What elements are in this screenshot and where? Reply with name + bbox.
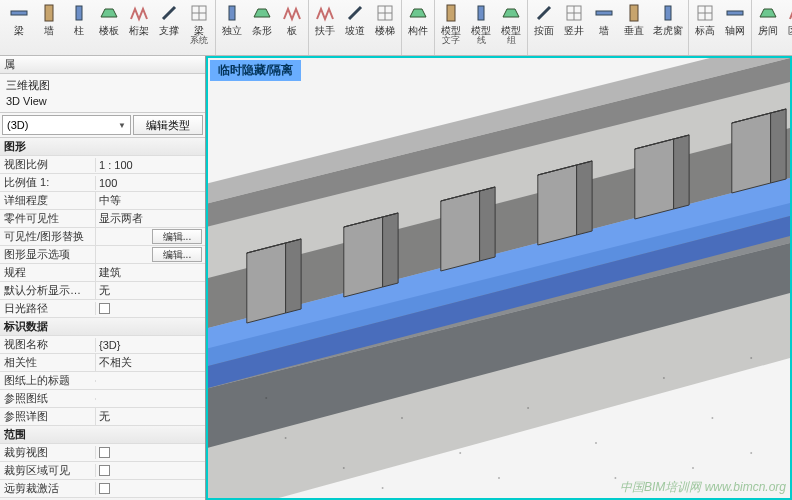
ribbon-btn-模型文字[interactable]: 模型文字 (437, 1, 465, 47)
prop-value[interactable]: 1 : 100 (95, 158, 205, 172)
prop-row[interactable]: 详细程度中等 (0, 192, 205, 210)
prop-value[interactable] (95, 446, 205, 459)
svg-marker-61 (732, 113, 771, 193)
ribbon-icon (98, 2, 120, 24)
svg-point-69 (459, 452, 461, 454)
edit-button[interactable]: 编辑... (152, 229, 202, 244)
ribbon-btn-模型组[interactable]: 模型组 (497, 1, 525, 47)
svg-point-71 (595, 442, 597, 444)
ribbon-label: 板 (287, 25, 297, 36)
checkbox[interactable] (99, 447, 110, 458)
prop-key: 详细程度 (0, 192, 95, 209)
svg-marker-49 (344, 217, 383, 297)
checkbox[interactable] (99, 303, 110, 314)
ribbon-icon (623, 2, 645, 24)
ribbon-icon (128, 2, 150, 24)
prop-value[interactable] (95, 464, 205, 477)
type-selector-preview[interactable]: 三维视图 3D View (0, 74, 205, 113)
prop-value[interactable] (95, 482, 205, 495)
edit-button[interactable]: 编辑... (152, 247, 202, 262)
prop-value[interactable] (95, 398, 205, 400)
ribbon-label: 桁架 (129, 25, 149, 36)
prop-key: 图纸上的标题 (0, 372, 95, 389)
ribbon-btn-模型线[interactable]: 模型线 (467, 1, 495, 47)
prop-value[interactable]: {3D} (95, 338, 205, 352)
ribbon-btn-区域[interactable]: 区域 (784, 1, 792, 37)
prop-value[interactable]: 无 (95, 408, 205, 425)
prop-row[interactable]: 图形显示选项编辑... (0, 246, 205, 264)
prop-value[interactable]: 编辑... (95, 246, 205, 263)
ribbon-btn-竖井[interactable]: 竖井 (560, 1, 588, 37)
prop-row[interactable]: 参照详图无 (0, 408, 205, 426)
svg-point-78 (614, 477, 616, 479)
prop-row[interactable]: 可见性/图形替换编辑... (0, 228, 205, 246)
ribbon-btn-条形[interactable]: 条形 (248, 1, 276, 37)
prop-row[interactable]: 比例值 1:100 (0, 174, 205, 192)
ribbon-btn-板[interactable]: 板 (278, 1, 306, 37)
prop-value[interactable]: 中等 (95, 192, 205, 209)
prop-row[interactable]: 相关性不相关 (0, 354, 205, 372)
ribbon-icon (407, 2, 429, 24)
edit-type-button[interactable]: 编辑类型 (133, 115, 203, 135)
svg-marker-9 (254, 9, 270, 17)
ribbon-btn-构件[interactable]: 构件 (404, 1, 432, 37)
checkbox[interactable] (99, 465, 110, 476)
ribbon-btn-桁架[interactable]: 桁架 (125, 1, 153, 47)
svg-marker-3 (101, 9, 117, 17)
ribbon-btn-支撑[interactable]: 支撑 (155, 1, 183, 47)
prop-row[interactable]: 视图比例1 : 100 (0, 156, 205, 174)
svg-point-67 (343, 467, 345, 469)
ribbon-btn-轴网[interactable]: 轴网 (721, 1, 749, 37)
prop-row[interactable]: 参照图纸 (0, 390, 205, 408)
ribbon-btn-楼板[interactable]: 楼板 (95, 1, 123, 47)
ribbon-btn-按面[interactable]: 按面 (530, 1, 558, 37)
prop-value[interactable]: 不相关 (95, 354, 205, 371)
ribbon-btn-梁[interactable]: 梁 (5, 1, 33, 47)
ribbon-label: 独立 (222, 25, 242, 36)
ribbon-btn-老虎窗[interactable]: 老虎窗 (650, 1, 686, 37)
view-selector-dropdown[interactable]: (3D) ▼ (2, 115, 131, 135)
ribbon-icon (221, 2, 243, 24)
ribbon-btn-独立[interactable]: 独立 (218, 1, 246, 37)
ribbon-label: 扶手 (315, 25, 335, 36)
ribbon-btn-梁系统[interactable]: 梁系统 (185, 1, 213, 47)
prop-row[interactable]: 远剪裁激活 (0, 480, 205, 498)
prop-row[interactable]: 日光路径 (0, 300, 205, 318)
ribbon-btn-扶手[interactable]: 扶手 (311, 1, 339, 37)
ribbon-label: 老虎窗 (653, 25, 683, 36)
ribbon-btn-墙[interactable]: 墙 (35, 1, 63, 47)
svg-rect-1 (45, 5, 53, 21)
3d-viewport[interactable]: 临时隐藏/隔离 (206, 56, 792, 500)
ribbon-btn-墙[interactable]: 墙 (590, 1, 618, 37)
ribbon-btn-垂直[interactable]: 垂直 (620, 1, 648, 37)
prop-value[interactable]: 建筑 (95, 264, 205, 281)
ribbon-label: 垂直 (624, 25, 644, 36)
ribbon-group-area: 房间区域路径保护层 (752, 0, 792, 55)
ribbon-btn-标高[interactable]: 标高 (691, 1, 719, 37)
prop-row[interactable]: 裁剪视图 (0, 444, 205, 462)
view-selector-value: (3D) (7, 119, 28, 131)
ribbon-btn-坡道[interactable]: 坡道 (341, 1, 369, 37)
prop-row[interactable]: 默认分析显示样式无 (0, 282, 205, 300)
ribbon-icon (314, 2, 336, 24)
prop-row[interactable]: 图纸上的标题 (0, 372, 205, 390)
prop-key: 视图比例 (0, 156, 95, 173)
svg-marker-17 (503, 9, 519, 17)
prop-value[interactable]: 编辑... (95, 228, 205, 245)
prop-value[interactable] (95, 380, 205, 382)
checkbox[interactable] (99, 483, 110, 494)
ribbon-btn-房间[interactable]: 房间 (754, 1, 782, 37)
prop-row[interactable]: 规程建筑 (0, 264, 205, 282)
prop-row[interactable]: 裁剪区域可见 (0, 462, 205, 480)
prop-value[interactable]: 无 (95, 282, 205, 299)
ribbon-label: 楼梯 (375, 25, 395, 36)
prop-value[interactable]: 显示两者 (95, 210, 205, 227)
svg-point-73 (711, 417, 713, 419)
svg-point-79 (692, 467, 694, 469)
prop-value[interactable]: 100 (95, 176, 205, 190)
prop-row[interactable]: 视图名称{3D} (0, 336, 205, 354)
ribbon-btn-柱[interactable]: 柱 (65, 1, 93, 47)
prop-value[interactable] (95, 302, 205, 315)
ribbon-btn-楼梯[interactable]: 楼梯 (371, 1, 399, 37)
prop-row[interactable]: 零件可见性显示两者 (0, 210, 205, 228)
